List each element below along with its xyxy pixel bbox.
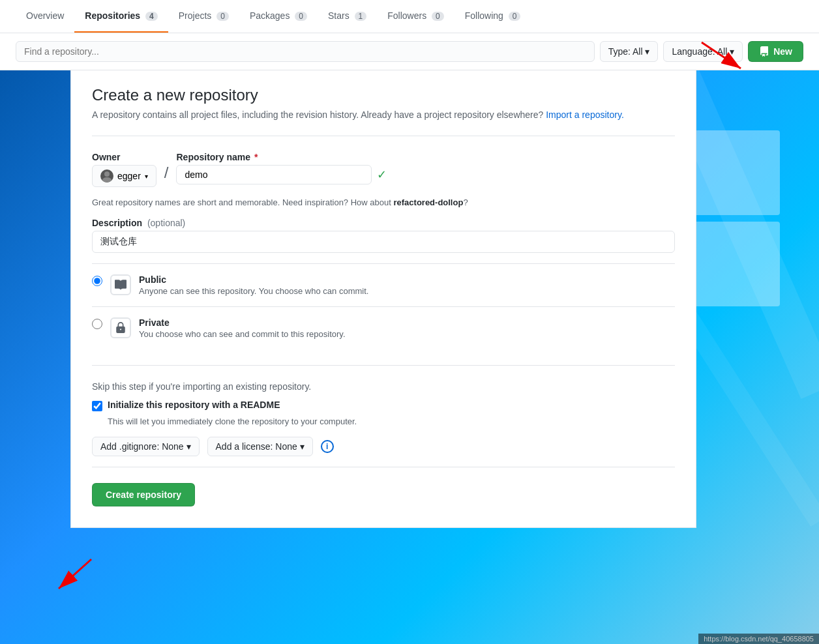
profile-nav-header: Overview Repositories 4 Projects 0 Packa… xyxy=(0,0,819,33)
owner-label: Owner xyxy=(92,152,156,162)
info-icon[interactable]: i xyxy=(321,440,334,453)
owner-value: egger xyxy=(117,171,141,181)
tab-followers[interactable]: Followers 0 xyxy=(377,0,454,33)
public-icon xyxy=(110,274,131,295)
form-divider-2 xyxy=(92,365,675,366)
tab-stars[interactable]: Stars 1 xyxy=(318,0,377,33)
language-filter-button[interactable]: Language: All ▾ xyxy=(663,41,743,62)
name-suggestion: refactored-dollop xyxy=(393,198,463,207)
type-filter-button[interactable]: Type: All ▾ xyxy=(600,41,659,62)
nav-tabs: Overview Repositories 4 Projects 0 Packa… xyxy=(16,0,803,33)
tab-projects[interactable]: Projects 0 xyxy=(168,0,239,33)
public-desc: Anyone can see this repository. You choo… xyxy=(139,286,368,296)
description-input[interactable] xyxy=(92,231,675,253)
init-readme-row: Initialize this repository with a README xyxy=(92,400,675,411)
required-marker: * xyxy=(254,152,258,162)
followers-badge: 0 xyxy=(432,12,444,21)
init-readme-label: Initialize this repository with a README xyxy=(108,400,280,410)
public-option: Public Anyone can see this repository. Y… xyxy=(92,263,675,306)
gitignore-dropdown[interactable]: Add .gitignore: None ▾ xyxy=(92,437,200,456)
chevron-down-icon: ▾ xyxy=(145,173,148,180)
description-label: Description (optional) xyxy=(92,218,675,228)
init-readme-desc: This will let you immediately clone the … xyxy=(108,417,675,426)
public-radio[interactable] xyxy=(92,276,102,286)
owner-select[interactable]: egger ▾ xyxy=(92,165,156,187)
create-repository-button[interactable]: Create repository xyxy=(92,483,195,506)
new-repository-button[interactable]: New xyxy=(748,41,803,62)
name-hint: Great repository names are short and mem… xyxy=(92,198,675,207)
owner-avatar xyxy=(100,169,113,183)
private-icon xyxy=(110,317,131,338)
packages-badge: 0 xyxy=(295,12,307,21)
private-radio[interactable] xyxy=(92,319,102,329)
browser-window: Overview Repositories 4 Projects 0 Packa… xyxy=(0,0,819,644)
following-badge: 0 xyxy=(509,12,521,21)
tab-following[interactable]: Following 0 xyxy=(454,0,531,33)
repo-name-group: Repository name * ✓ xyxy=(176,152,387,184)
repositories-badge: 4 xyxy=(145,12,158,21)
private-label: Private xyxy=(139,317,346,328)
tab-overview[interactable]: Overview xyxy=(16,0,74,33)
owner-group: Owner egger ▾ xyxy=(92,152,156,187)
repository-toolbar: Type: All ▾ Language: All ▾ New xyxy=(0,33,819,70)
skip-text: Skip this step if you're importing an ex… xyxy=(92,381,675,392)
repo-name-valid-icon: ✓ xyxy=(377,168,387,182)
form-divider-1 xyxy=(92,136,675,136)
description-group: Description (optional) xyxy=(92,218,675,253)
owner-repo-row: Owner egger ▾ / Repository xyxy=(92,152,675,187)
slash-divider: / xyxy=(162,165,171,187)
tab-packages[interactable]: Packages 0 xyxy=(239,0,318,33)
private-desc: You choose who can see and commit to thi… xyxy=(139,329,346,339)
init-readme-checkbox[interactable] xyxy=(92,401,102,411)
description-optional: (optional) xyxy=(147,218,185,228)
private-option: Private You choose who can see and commi… xyxy=(92,306,675,349)
repo-icon xyxy=(759,46,769,57)
import-link[interactable]: Import a repository. xyxy=(546,110,624,120)
repo-name-label: Repository name * xyxy=(176,152,387,162)
projects-badge: 0 xyxy=(216,12,229,21)
panel-title: Create a new repository xyxy=(92,86,675,104)
search-input[interactable] xyxy=(16,41,595,62)
panel-subtitle: A repository contains all project files,… xyxy=(92,110,675,120)
tab-repositories[interactable]: Repositories 4 xyxy=(74,0,168,33)
repo-name-input[interactable] xyxy=(176,165,372,184)
public-label: Public xyxy=(139,274,368,285)
extra-options-row: Add .gitignore: None ▾ Add a license: No… xyxy=(92,437,675,467)
status-bar: https://blog.csdn.net/qq_40658805 xyxy=(698,634,819,644)
svg-point-9 xyxy=(102,177,112,183)
svg-point-8 xyxy=(104,171,110,177)
create-repo-panel: Create a new repository A repository con… xyxy=(70,70,696,528)
stars-badge: 1 xyxy=(355,12,367,21)
license-dropdown[interactable]: Add a license: None ▾ xyxy=(207,437,313,456)
